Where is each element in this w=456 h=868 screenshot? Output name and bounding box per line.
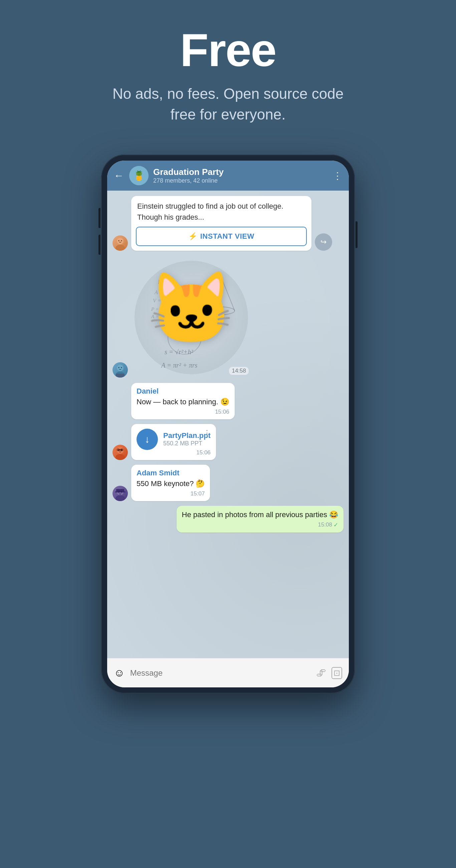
svg-rect-31 xyxy=(116,489,124,492)
file-message-bubble: ↓ PartyPlan.ppt 550.2 MB PPT ⋮ 15:06 xyxy=(131,424,216,460)
cat-sticker: 🐱 xyxy=(148,268,235,350)
message-bubble: Daniel Now — back to planning. 😉 15:06 xyxy=(131,383,235,419)
share-button-area: ↪ xyxy=(315,234,332,251)
instant-view-card: Einstein struggled to find a job out of … xyxy=(131,196,311,251)
chat-name: Graduation Party xyxy=(153,167,333,177)
svg-rect-32 xyxy=(115,491,125,492)
message-time: 15:08 ✓ xyxy=(182,522,338,528)
download-button[interactable]: ↓ xyxy=(136,429,158,450)
phone-screen: ← 🍍 Graduation Party 278 members, 42 onl… xyxy=(107,161,349,687)
table-row: Adam Smidt 550 MB keynote? 🤔 15:07 xyxy=(113,465,343,501)
table-row: l = πr² A = πr² V = l³ P = 2πr A = πr³ xyxy=(113,257,343,378)
file-size: 550.2 MB PPT xyxy=(163,440,211,447)
svg-point-23 xyxy=(116,454,125,460)
attach-button[interactable]: 🖇 xyxy=(316,668,326,679)
back-button[interactable]: ← xyxy=(114,170,124,181)
file-time: 15:06 xyxy=(196,450,211,456)
table-row: He pasted in photos from all previous pa… xyxy=(113,506,343,532)
instant-view-button[interactable]: ⚡ INSTANT VIEW xyxy=(136,227,307,246)
group-avatar: 🍍 xyxy=(129,166,149,185)
sticker-area: l = πr² A = πr² V = l³ P = 2πr A = πr³ xyxy=(131,257,251,378)
read-tick-icon: ✓ xyxy=(333,522,338,528)
camera-button[interactable]: ⊡ xyxy=(332,667,342,679)
group-avatar-emoji: 🍍 xyxy=(133,170,145,181)
message-input-bar: ☺ 🖇 ⊡ xyxy=(107,658,349,687)
emoji-button[interactable]: ☺ xyxy=(114,667,125,679)
message-input[interactable] xyxy=(130,669,311,678)
message-bubble: Adam Smidt 550 MB keynote? 🤔 15:07 xyxy=(131,465,210,501)
avatar xyxy=(113,486,128,501)
table-row: ↓ PartyPlan.ppt 550.2 MB PPT ⋮ 15:06 xyxy=(113,424,343,460)
hero-title: Free xyxy=(180,27,276,73)
chat-members: 278 members, 42 online xyxy=(153,177,333,184)
svg-point-33 xyxy=(119,491,120,492)
file-options-button[interactable]: ⋮ xyxy=(203,429,211,437)
message-text: Now — back to planning. 😉 xyxy=(136,398,229,406)
own-message-bubble: He pasted in photos from all previous pa… xyxy=(177,506,343,532)
sticker-container: l = πr² A = πr² V = l³ P = 2πr A = πr³ xyxy=(131,257,251,378)
svg-point-30 xyxy=(116,495,125,501)
svg-rect-9 xyxy=(116,374,124,378)
message-time: 15:07 xyxy=(136,490,205,497)
message-sender: Adam Smidt xyxy=(136,469,205,477)
sticker-time: 14:58 xyxy=(229,367,249,375)
lightning-icon: ⚡ xyxy=(188,232,197,241)
table-row: Daniel Now — back to planning. 😉 15:06 xyxy=(113,383,343,419)
phone-outer: ← 🍍 Graduation Party 278 members, 42 onl… xyxy=(101,155,355,693)
svg-point-3 xyxy=(119,240,120,241)
svg-text:A = πr² + πrs: A = πr² + πrs xyxy=(160,362,197,369)
menu-button[interactable]: ⋮ xyxy=(333,170,342,181)
chat-header: ← 🍍 Graduation Party 278 members, 42 onl… xyxy=(107,161,349,191)
iv-text: Einstein struggled to find a job out of … xyxy=(131,196,311,224)
svg-point-8 xyxy=(121,367,122,368)
share-icon: ↪ xyxy=(321,238,327,246)
svg-point-2 xyxy=(116,245,125,251)
chat-info: Graduation Party 278 members, 42 online xyxy=(153,167,333,184)
table-row: Einstein struggled to find a job out of … xyxy=(113,196,343,251)
message-time: 15:06 xyxy=(136,409,229,415)
hero-section: Free No ads, no fees. Open source code f… xyxy=(0,0,456,145)
avatar xyxy=(113,235,128,251)
message-sender: Daniel xyxy=(136,387,229,396)
chat-body: Einstein struggled to find a job out of … xyxy=(107,191,349,658)
avatar xyxy=(113,362,128,378)
share-button[interactable]: ↪ xyxy=(315,234,332,251)
volume-up-button[interactable] xyxy=(98,208,100,228)
hero-subtitle: No ads, no fees. Open source code free f… xyxy=(111,84,345,125)
svg-point-5 xyxy=(117,365,123,371)
power-button[interactable] xyxy=(356,221,358,248)
volume-down-button[interactable] xyxy=(98,235,100,255)
iv-button-label: INSTANT VIEW xyxy=(200,232,254,241)
phone-wrapper: ← 🍍 Graduation Party 278 members, 42 onl… xyxy=(101,155,355,693)
message-text: 550 MB keynote? 🤔 xyxy=(136,479,205,488)
svg-point-0 xyxy=(117,238,123,244)
message-text: He pasted in photos from all previous pa… xyxy=(182,510,338,519)
svg-point-34 xyxy=(121,491,122,492)
svg-point-7 xyxy=(119,367,120,368)
avatar xyxy=(113,445,128,460)
svg-point-4 xyxy=(121,240,122,241)
